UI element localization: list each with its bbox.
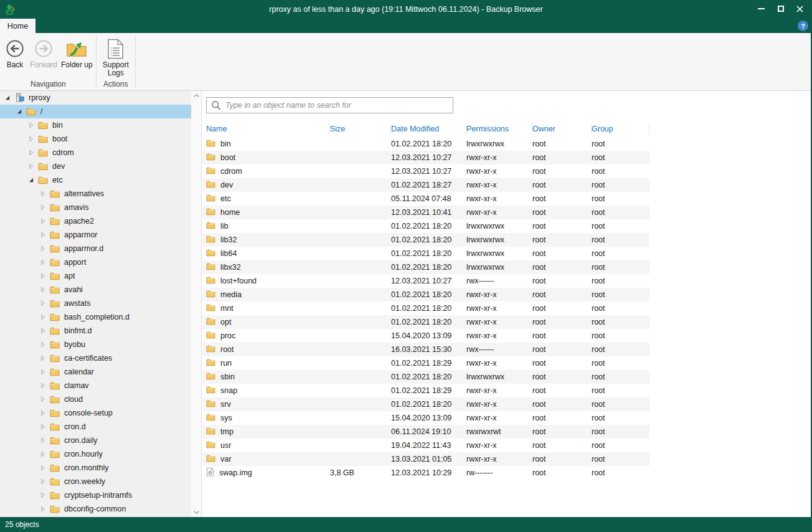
expander-closed-icon[interactable] — [38, 422, 48, 432]
support-logs-button[interactable]: Support Logs — [98, 36, 134, 77]
help-button[interactable]: ? — [798, 21, 808, 31]
tree-item[interactable]: byobu — [0, 338, 191, 351]
column-header-group[interactable]: Group — [592, 123, 649, 135]
expander-closed-icon[interactable] — [38, 202, 48, 212]
expander-closed-icon[interactable] — [38, 244, 48, 254]
tree-item[interactable]: apport — [0, 255, 191, 269]
expander-closed-icon[interactable] — [38, 463, 48, 473]
table-row[interactable]: srv01.02.2021 18:20rwxr-xr-xrootroot — [202, 397, 649, 411]
table-row[interactable]: opt01.02.2021 18:20rwxr-xr-xrootroot — [202, 315, 649, 329]
expander-closed-icon[interactable] — [26, 148, 36, 158]
expander-closed-icon[interactable] — [26, 134, 36, 144]
table-row[interactable]: tmp06.11.2024 19:10rwxrwxrwtrootroot — [202, 425, 649, 439]
expander-closed-icon[interactable] — [38, 504, 48, 514]
table-row[interactable]: lost+found12.03.2021 10:27rwx------rootr… — [202, 274, 649, 288]
table-row[interactable]: mnt01.02.2021 18:20rwxr-xr-xrootroot — [202, 302, 649, 315]
expander-closed-icon[interactable] — [38, 340, 48, 349]
tab-home[interactable]: Home — [0, 19, 35, 33]
tree-item[interactable]: bash_completion.d — [0, 310, 191, 324]
table-row[interactable]: cdrom12.03.2021 10:27rwxr-xr-xrootroot — [202, 164, 649, 178]
table-row[interactable]: sbin01.02.2021 18:20lrwxrwxrwxrootroot — [202, 370, 649, 384]
expander-closed-icon[interactable] — [38, 367, 48, 377]
search-input[interactable] — [221, 98, 453, 112]
expander-closed-icon[interactable] — [38, 285, 48, 295]
expander-open-icon[interactable] — [2, 93, 12, 103]
tree-item[interactable]: bin — [0, 118, 191, 132]
column-header-name[interactable]: Name — [206, 123, 330, 135]
expander-closed-icon[interactable] — [38, 312, 48, 322]
expander-closed-icon[interactable] — [38, 216, 48, 226]
column-header-owner[interactable]: Owner — [532, 123, 592, 135]
expander-closed-icon[interactable] — [38, 449, 48, 459]
tree-item[interactable]: cron.monthly — [0, 461, 191, 475]
table-row[interactable]: bin01.02.2021 18:20lrwxrwxrwxrootroot — [202, 137, 649, 151]
tree-item[interactable]: cryptsetup-initramfs — [0, 488, 191, 502]
tree-item[interactable]: console-setup — [0, 406, 191, 420]
minimize-button[interactable] — [752, 1, 771, 16]
expander-closed-icon[interactable] — [38, 298, 48, 308]
table-row[interactable]: boot12.03.2021 10:27rwxr-xr-xrootroot — [202, 151, 649, 164]
table-row[interactable]: var13.03.2021 01:05rwxr-xr-xrootroot — [202, 452, 649, 466]
tree-item[interactable]: dbconfig-common — [0, 502, 191, 516]
table-row[interactable]: lib3201.02.2021 18:20lrwxrwxrwxrootroot — [202, 233, 649, 247]
tree-item[interactable]: cdrom — [0, 146, 191, 159]
expander-open-icon[interactable] — [14, 107, 24, 116]
tree-item[interactable]: ca-certificates — [0, 351, 191, 365]
column-header-permissions[interactable]: Permissions — [466, 123, 532, 135]
expander-closed-icon[interactable] — [38, 189, 48, 199]
tree-item[interactable]: binfmt.d — [0, 324, 191, 338]
tree-scrollbar[interactable] — [191, 91, 201, 517]
expander-open-icon[interactable] — [26, 175, 36, 185]
tree-item[interactable]: cron.hourly — [0, 447, 191, 461]
tree-item[interactable]: avahi — [0, 283, 191, 297]
table-row[interactable]: run01.02.2021 18:29rwxr-xr-xrootroot — [202, 356, 649, 370]
column-header-date-modified[interactable]: Date Modified — [391, 123, 466, 135]
expander-closed-icon[interactable] — [38, 490, 48, 500]
expander-closed-icon[interactable] — [38, 408, 48, 418]
tree-item[interactable]: cloud — [0, 392, 191, 406]
expander-closed-icon[interactable] — [38, 353, 48, 363]
tree-item[interactable]: cron.d — [0, 420, 191, 434]
tree-item[interactable]: alternatives — [0, 187, 191, 201]
tree-item[interactable]: apparmor — [0, 228, 191, 242]
tree-item[interactable]: boot — [0, 132, 191, 146]
tree-item[interactable]: clamav — [0, 379, 191, 392]
tree-item[interactable]: rproxy — [0, 91, 191, 105]
table-row[interactable]: proc15.04.2020 13:09rwxr-xr-xrootroot — [202, 329, 649, 343]
expander-closed-icon[interactable] — [26, 120, 36, 130]
column-header-size[interactable]: Size — [330, 123, 391, 135]
tree-item[interactable]: dev — [0, 159, 191, 173]
table-row[interactable]: usr19.04.2022 11:43rwxr-xr-xrootroot — [202, 439, 649, 452]
tree-item[interactable]: amavis — [0, 201, 191, 214]
expander-closed-icon[interactable] — [38, 381, 48, 391]
tree-item[interactable]: cron.daily — [0, 434, 191, 447]
table-row[interactable]: swap.img3,8 GB12.03.2021 10:29rw-------r… — [202, 466, 649, 480]
expander-closed-icon[interactable] — [38, 257, 48, 267]
tree-item[interactable]: apt — [0, 269, 191, 283]
tree-item[interactable]: awstats — [0, 297, 191, 310]
expander-closed-icon[interactable] — [38, 326, 48, 336]
back-button[interactable]: Back — [2, 36, 28, 69]
scroll-up-icon[interactable] — [191, 91, 201, 100]
table-row[interactable]: media01.02.2021 18:20rwxr-xr-xrootroot — [202, 288, 649, 302]
table-row[interactable]: root16.03.2021 15:30rwx------rootroot — [202, 343, 649, 356]
table-row[interactable]: lib6401.02.2021 18:20lrwxrwxrwxrootroot — [202, 247, 649, 260]
tree-item[interactable]: apache2 — [0, 214, 191, 228]
scroll-down-icon[interactable] — [191, 508, 201, 517]
expander-closed-icon[interactable] — [38, 230, 48, 240]
expander-closed-icon[interactable] — [38, 271, 48, 281]
expander-closed-icon[interactable] — [38, 435, 48, 445]
tree-item[interactable]: etc — [0, 173, 191, 187]
table-row[interactable]: etc05.11.2024 07:48rwxr-xr-xrootroot — [202, 192, 649, 206]
forward-button[interactable]: Forward — [28, 36, 59, 69]
table-row[interactable]: dev01.02.2021 18:27rwxr-xr-xrootroot — [202, 178, 649, 192]
expander-closed-icon[interactable] — [38, 394, 48, 404]
close-button[interactable] — [790, 1, 810, 16]
folder-up-button[interactable]: Folder up — [59, 36, 95, 69]
table-row[interactable]: snap01.02.2021 18:29rwxr-xr-xrootroot — [202, 384, 649, 397]
tree-item[interactable]: calendar — [0, 365, 191, 379]
maximize-button[interactable] — [771, 1, 790, 16]
expander-closed-icon[interactable] — [38, 477, 48, 487]
table-row[interactable]: sys15.04.2020 13:09rwxr-xr-xrootroot — [202, 411, 649, 425]
expander-closed-icon[interactable] — [26, 161, 36, 171]
